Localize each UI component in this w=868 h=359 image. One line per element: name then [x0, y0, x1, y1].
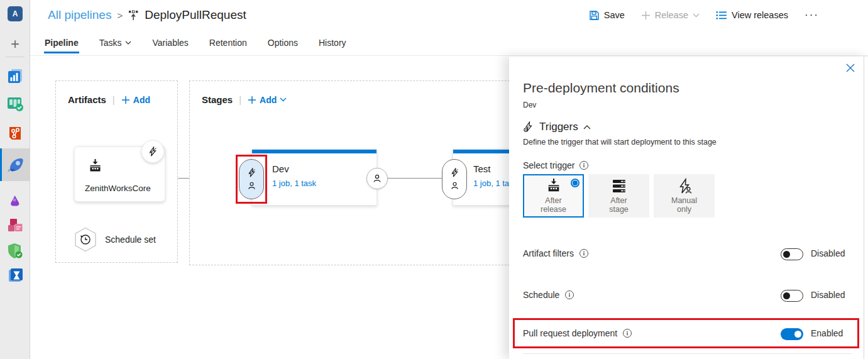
artifact-filters-state: Disabled	[811, 248, 845, 258]
info-icon[interactable]	[580, 161, 588, 170]
add-stage-button[interactable]: Add	[248, 95, 287, 105]
package-icon	[87, 158, 103, 174]
more-options-button[interactable]: ···	[805, 9, 819, 21]
trigger-option-after-stage[interactable]: After stage	[588, 174, 649, 218]
trigger-option-label: After stage	[601, 196, 637, 214]
tab-history-label: History	[319, 38, 346, 48]
stage-jobs-link[interactable]: 1 job, 1 task	[272, 179, 316, 188]
panel-stage-name: Dev	[523, 101, 536, 109]
toggle-knob	[794, 331, 801, 338]
artifact-filters-label: Artifact filters	[523, 248, 574, 258]
pull-request-deployment-toggle[interactable]	[781, 328, 803, 340]
pull-request-deployment-label-row: Pull request deployment	[523, 328, 632, 338]
stage-card-dev[interactable]: Dev 1 job, 1 task	[251, 149, 377, 206]
tab-retention-label: Retention	[209, 38, 247, 48]
artifacts-packages-icon	[6, 216, 24, 234]
select-trigger-label: Select trigger	[523, 160, 574, 170]
pipeline-title: DeployPullRequest	[145, 8, 246, 22]
artifact-filters-toggle[interactable]	[781, 248, 803, 260]
schedule-state: Disabled	[811, 290, 845, 300]
schedule-set-row[interactable]: Schedule set	[74, 227, 156, 252]
stage-name: Dev	[272, 163, 289, 174]
tab-variables[interactable]: Variables	[151, 30, 189, 55]
left-sidebar: A +	[0, 0, 30, 359]
tab-pipeline[interactable]: Pipeline	[44, 30, 79, 55]
info-icon[interactable]	[565, 290, 574, 299]
tab-history[interactable]: History	[318, 30, 347, 55]
pull-request-deployment-label: Pull request deployment	[523, 328, 617, 338]
sidebar-item-repos[interactable]	[0, 121, 30, 146]
sidebar-item-duration[interactable]	[0, 263, 30, 288]
artifacts-header: Artifacts | Add	[68, 94, 150, 105]
after-release-icon	[546, 178, 562, 194]
chevron-up-icon	[583, 124, 591, 130]
schedule-set-label: Schedule set	[105, 235, 156, 245]
sidebar-item-overview[interactable]	[0, 64, 30, 89]
stage-name: Test	[473, 163, 491, 174]
release-button[interactable]: Release	[641, 10, 700, 20]
add-artifact-button[interactable]: Add	[121, 95, 150, 105]
breadcrumb: All pipelines > DeployPullRequest	[48, 0, 246, 30]
sidebar-item-boards[interactable]	[0, 91, 30, 116]
sidebar-item-pipelines[interactable]	[0, 152, 30, 177]
person-icon	[450, 181, 459, 191]
artifact-filters-label-row: Artifact filters	[523, 248, 588, 258]
repos-icon	[6, 124, 24, 142]
sidebar-item-test-plans[interactable]	[0, 186, 30, 211]
stage-status-bar	[252, 150, 376, 153]
person-icon	[372, 174, 382, 184]
add-project-icon[interactable]: +	[0, 35, 30, 53]
trigger-options: After release After stage Manual only	[523, 174, 715, 218]
artifact-filters-row: Artifact filters Disabled	[509, 245, 868, 264]
artifacts-header-divider: |	[113, 94, 115, 105]
tab-tasks[interactable]: Tasks	[99, 30, 133, 55]
stages-header: Stages | Add	[202, 94, 287, 105]
schedule-label-row: Schedule	[523, 290, 574, 300]
radio-selected-icon	[571, 179, 580, 187]
release-pipeline-icon	[128, 10, 139, 21]
stages-header-divider: |	[239, 94, 241, 105]
release-label: Release	[655, 10, 688, 20]
project-avatar[interactable]: A	[8, 6, 23, 21]
panel-title: Pre-deployment conditions	[523, 80, 679, 96]
close-panel-button[interactable]	[844, 62, 857, 74]
lightning-bolt-icon	[148, 146, 158, 157]
overview-icon	[6, 67, 24, 85]
info-icon[interactable]	[580, 249, 588, 258]
header-toolbar: Save Release View releases ···	[589, 0, 819, 30]
breadcrumb-separator: >	[117, 10, 123, 21]
list-icon	[716, 11, 727, 20]
save-icon	[589, 10, 600, 21]
tab-options[interactable]: Options	[267, 30, 299, 55]
schedule-toggle[interactable]	[781, 290, 803, 302]
triggers-heading: Triggers	[539, 121, 578, 133]
panel-scroll-track[interactable]	[864, 57, 864, 359]
pre-deployment-conditions-panel: Pre-deployment conditions Dev Triggers D…	[509, 56, 868, 359]
view-releases-button[interactable]: View releases	[716, 10, 788, 20]
chevron-down-icon	[125, 41, 131, 45]
trigger-option-manual-only[interactable]: Manual only	[654, 174, 715, 218]
save-button[interactable]: Save	[589, 10, 625, 21]
artifact-name: ZenithWorksCore	[85, 184, 151, 193]
panel-divider	[523, 353, 852, 354]
tab-pipeline-label: Pipeline	[45, 38, 79, 48]
toggle-knob	[783, 251, 790, 258]
shield-check-icon	[6, 242, 24, 260]
sidebar-item-artifacts[interactable]	[0, 213, 30, 238]
info-icon[interactable]	[623, 329, 632, 338]
test-pre-deployment-conditions-button[interactable]	[442, 159, 467, 199]
tab-retention[interactable]: Retention	[209, 30, 248, 55]
dev-pre-deployment-conditions-button[interactable]	[239, 159, 264, 199]
tab-variables-label: Variables	[152, 38, 188, 48]
trigger-option-after-release[interactable]: After release	[523, 174, 584, 218]
stages-heading: Stages	[202, 94, 233, 105]
triggers-description: Define the trigger that will start deplo…	[523, 138, 717, 146]
triggers-section-header[interactable]: Triggers	[523, 121, 591, 133]
continuous-deployment-trigger-badge[interactable]	[141, 140, 164, 163]
sidebar-item-security[interactable]	[0, 238, 30, 263]
schedule-hexagon-icon	[74, 227, 97, 252]
after-stage-icon	[611, 178, 627, 194]
trigger-option-label: Manual only	[666, 196, 703, 214]
dev-post-deployment-conditions-button[interactable]	[366, 168, 388, 189]
breadcrumb-all-pipelines-link[interactable]: All pipelines	[48, 8, 111, 22]
